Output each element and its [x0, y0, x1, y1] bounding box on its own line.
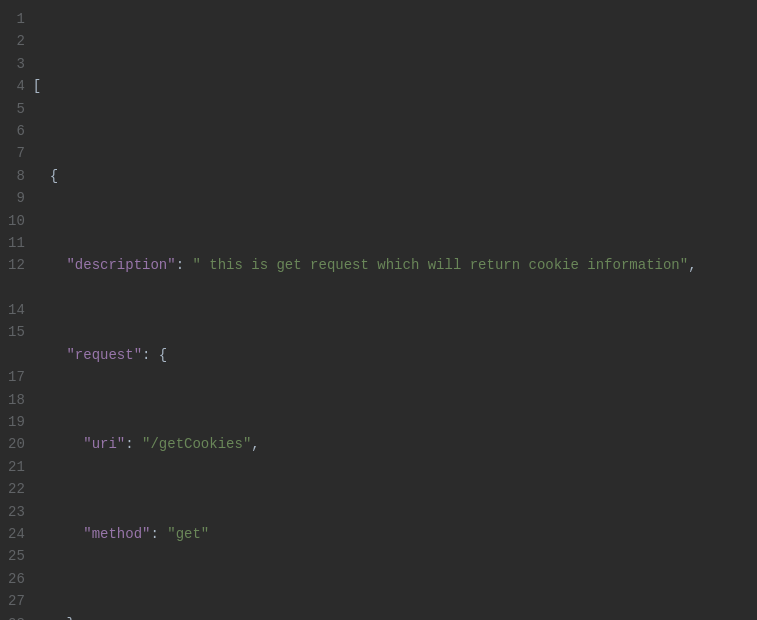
line-num-9: 9: [8, 187, 25, 209]
line-num-19: 19: [8, 411, 25, 433]
line-num-11: 11: [8, 232, 25, 254]
line-num-12: 12: [8, 254, 25, 276]
line-num-27: 27: [8, 590, 25, 612]
line-num-18: 18: [8, 389, 25, 411]
line-num-25: 25: [8, 545, 25, 567]
code-line-7: },: [33, 613, 747, 620]
line-numbers: 1 2 3 4 5 6 7 8 9 10 11 12 14 15 17 18 1…: [0, 8, 33, 620]
line-num-3: 3: [8, 53, 25, 75]
line-num-6: 6: [8, 120, 25, 142]
line-num-1: 1: [8, 8, 25, 30]
code-line-6: "method": "get": [33, 523, 747, 545]
line-num-20: 20: [8, 433, 25, 455]
line-num-14: 14: [8, 299, 25, 321]
code-line-3: "description": " this is get request whi…: [33, 254, 747, 276]
line-num-22: 22: [8, 478, 25, 500]
line-num-21: 21: [8, 456, 25, 478]
line-num-2: 2: [8, 30, 25, 52]
line-num-8: 8: [8, 165, 25, 187]
line-num-17: 17: [8, 366, 25, 388]
line-num-7: 7: [8, 142, 25, 164]
line-num-26: 26: [8, 568, 25, 590]
code-line-4: "request": {: [33, 344, 747, 366]
line-num-23: 23: [8, 501, 25, 523]
line-num-24: 24: [8, 523, 25, 545]
code-line-5: "uri": "/getCookies",: [33, 433, 747, 455]
line-num-4: 4: [8, 75, 25, 97]
line-num-13: [8, 277, 25, 299]
line-num-16: [8, 344, 25, 366]
line-num-5: 5: [8, 98, 25, 120]
code-editor: 1 2 3 4 5 6 7 8 9 10 11 12 14 15 17 18 1…: [0, 0, 757, 620]
code-text: [ { "description": " this is get request…: [33, 8, 757, 620]
code-line-2: {: [33, 165, 747, 187]
line-num-10: 10: [8, 210, 25, 232]
code-line-1: [: [33, 75, 747, 97]
line-num-28: 28: [8, 613, 25, 620]
line-num-15: 15: [8, 321, 25, 343]
